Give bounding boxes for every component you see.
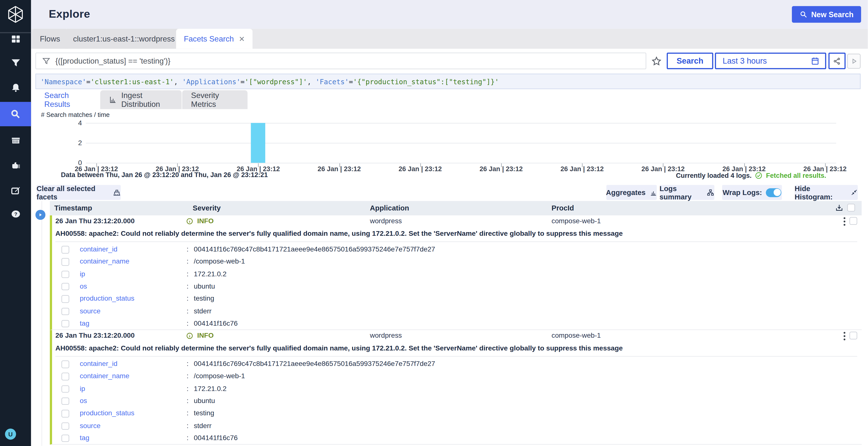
facet-checkbox[interactable] xyxy=(61,258,69,265)
share-button[interactable] xyxy=(829,53,846,69)
column-header-application: Application xyxy=(370,204,409,212)
sidebar-item-calendar[interactable] xyxy=(0,128,31,152)
tab-label: Facets Search xyxy=(184,34,234,43)
facet-field-row: container_name:/compose-web-1 xyxy=(52,256,862,268)
sidebar-item-help[interactable]: ? xyxy=(0,202,31,226)
log-select-checkbox[interactable] xyxy=(849,217,858,225)
facet-name[interactable]: ip xyxy=(80,270,85,278)
log-divider xyxy=(55,356,857,357)
log-message: AH00558: apache2: Could not reliably det… xyxy=(55,230,856,238)
sidebar: ?U xyxy=(0,0,31,446)
tab-facets-search[interactable]: Facets Search✕ xyxy=(176,29,253,49)
download-icon[interactable] xyxy=(835,204,843,212)
facet-field-row: container_id:004141f16c769c47c8b4171721a… xyxy=(52,244,862,256)
info-circle-icon xyxy=(186,332,193,339)
facet-checkbox[interactable] xyxy=(61,397,69,405)
app-logo-icon[interactable] xyxy=(6,4,26,24)
log-select-checkbox[interactable] xyxy=(849,332,858,340)
facet-value: testing xyxy=(194,409,214,417)
result-tab-search-results[interactable]: Search Results xyxy=(35,90,100,109)
tab-flows[interactable]: Flows xyxy=(32,29,68,49)
user-avatar[interactable]: U xyxy=(5,428,16,440)
log-row[interactable]: 26 Jan Thu 23:12:20.000INFOwordpresscomp… xyxy=(50,215,862,330)
result-tab-severity-metrics[interactable]: Severity Metrics xyxy=(182,90,248,109)
facet-name[interactable]: tag xyxy=(80,434,89,442)
select-all-checkbox[interactable] xyxy=(847,204,855,212)
y-axis-label: 4 xyxy=(67,119,82,127)
tab-cluster1-us-east-1-wordpress[interactable]: cluster1:us-east-1::wordpress✕ xyxy=(65,29,193,49)
results-table-header: TimestampSeverityApplicationProcId xyxy=(50,201,862,215)
favorite-star-icon[interactable] xyxy=(651,55,662,66)
search-icon xyxy=(800,10,807,19)
context-segment-punct: = xyxy=(241,77,245,86)
run-button[interactable] xyxy=(847,54,861,69)
sidebar-item-funnel[interactable] xyxy=(0,50,31,75)
aggregates-button[interactable]: Aggregates xyxy=(607,185,657,200)
facet-value: 172.21.0.2 xyxy=(194,270,226,278)
logs-summary-button[interactable]: Logs summary xyxy=(659,185,714,200)
facet-name[interactable]: production_status xyxy=(80,409,134,417)
dashboard-icon xyxy=(10,33,21,44)
facet-name[interactable]: os xyxy=(80,397,87,405)
sidebar-item-agents[interactable] xyxy=(0,154,31,178)
facet-separator: : xyxy=(187,397,189,405)
filter-query-input[interactable]: {([production_status] == 'testing')} xyxy=(35,53,646,69)
facet-checkbox[interactable] xyxy=(61,320,69,327)
column-header-procid: ProcId xyxy=(552,204,574,212)
calendar-icon xyxy=(10,135,21,146)
sidebar-item-search[interactable] xyxy=(0,102,31,126)
facet-checkbox[interactable] xyxy=(61,308,69,315)
wrap-logs-toggle-button[interactable]: Wrap Logs: xyxy=(722,185,782,200)
kebab-menu-icon[interactable] xyxy=(840,217,848,227)
sidebar-item-editor[interactable] xyxy=(0,178,31,202)
collapse-icon xyxy=(850,189,858,196)
facet-name[interactable]: production_status xyxy=(80,295,134,302)
expand-facets-button[interactable] xyxy=(35,210,45,219)
facet-checkbox[interactable] xyxy=(61,270,69,278)
histogram-bar[interactable] xyxy=(251,123,266,163)
facet-name[interactable]: os xyxy=(80,282,87,290)
facet-name[interactable]: container_name xyxy=(80,258,129,265)
facet-checkbox[interactable] xyxy=(61,385,69,392)
facet-checkbox[interactable] xyxy=(61,422,69,429)
share-icon xyxy=(833,57,841,65)
result-tab-label: Ingest Distribution xyxy=(121,91,173,108)
facet-checkbox[interactable] xyxy=(61,283,69,290)
facet-checkbox[interactable] xyxy=(61,435,69,442)
new-search-button[interactable]: New Search xyxy=(792,6,861,23)
log-row[interactable]: 26 Jan Thu 23:12:20.000INFOwordpresscomp… xyxy=(50,330,862,445)
facet-name[interactable]: container_name xyxy=(80,372,129,380)
log-timestamp: 26 Jan Thu 23:12:20.000 xyxy=(55,217,134,225)
close-tab-icon[interactable]: ✕ xyxy=(239,35,245,43)
facet-checkbox[interactable] xyxy=(61,360,69,368)
facet-name[interactable]: source xyxy=(80,307,101,315)
tab-label: Flows xyxy=(40,34,60,43)
column-header-timestamp: Timestamp xyxy=(54,204,92,212)
result-tab-ingest-distribution[interactable]: Ingest Distribution xyxy=(100,90,182,109)
wrap-logs-toggle[interactable] xyxy=(766,188,781,197)
search-button[interactable]: Search xyxy=(667,53,713,69)
facet-checkbox[interactable] xyxy=(61,373,69,380)
clear-facets-button[interactable]: Clear all selected facets xyxy=(37,185,121,200)
sidebar-item-bell[interactable] xyxy=(0,75,31,100)
hide-histogram-button[interactable]: Hide Histogram: xyxy=(795,185,858,200)
time-range-selector[interactable]: Last 3 hours xyxy=(715,53,826,69)
facet-checkbox[interactable] xyxy=(61,410,69,417)
y-axis-label: 2 xyxy=(67,139,82,147)
facet-checkbox[interactable] xyxy=(61,246,69,253)
histogram-gridline xyxy=(86,143,836,144)
sidebar-item-dashboard[interactable] xyxy=(0,27,31,51)
funnel-icon xyxy=(10,57,21,68)
kebab-menu-icon[interactable] xyxy=(840,331,848,341)
facet-value: 172.21.0.2 xyxy=(194,385,226,392)
facet-name[interactable]: source xyxy=(80,422,101,429)
search-icon xyxy=(10,108,21,120)
facet-separator: : xyxy=(187,319,189,327)
tab-label: cluster1:us-east-1::wordpress xyxy=(73,34,175,43)
facet-name[interactable]: ip xyxy=(80,385,85,392)
facet-name[interactable]: tag xyxy=(80,319,89,327)
facet-name[interactable]: container_id xyxy=(80,360,118,368)
help-icon: ? xyxy=(10,209,21,219)
facet-name[interactable]: container_id xyxy=(80,245,118,253)
facet-checkbox[interactable] xyxy=(61,295,69,302)
